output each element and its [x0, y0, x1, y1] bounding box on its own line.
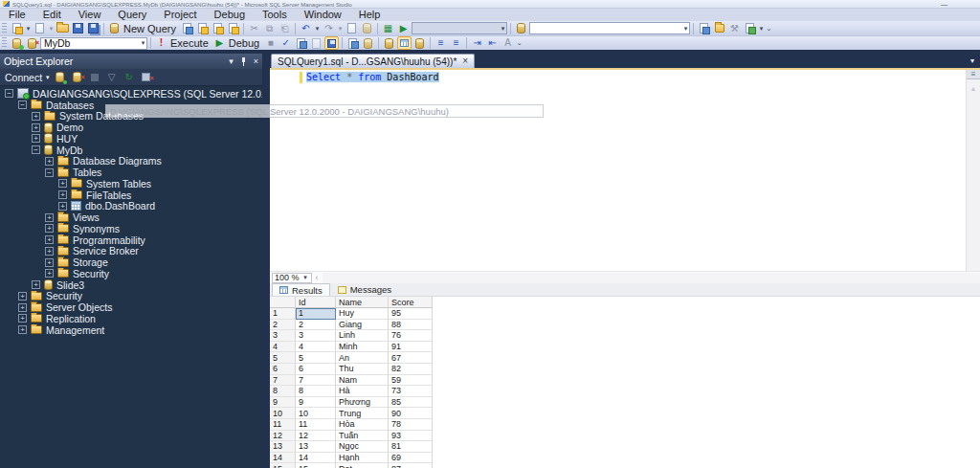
toolbar-grip[interactable] — [2, 23, 7, 34]
grid-cell-score[interactable]: 87 — [389, 463, 433, 468]
chevron-down-icon[interactable]: ▾ — [758, 25, 765, 33]
expand-icon[interactable]: + — [45, 157, 54, 166]
grid-cell-id[interactable]: 11 — [296, 419, 336, 431]
grid-cell-score[interactable]: 90 — [389, 408, 433, 419]
tree-item-management[interactable]: +Management — [0, 324, 262, 336]
zoom-level-combo[interactable]: 100 %▾ — [272, 273, 312, 283]
filter-icon[interactable]: ▽ — [105, 71, 119, 84]
solution-explorer-icon[interactable] — [712, 22, 726, 35]
grid-cell-score[interactable]: 73 — [389, 386, 433, 397]
tree-item-mydb[interactable]: −MyDb — [0, 145, 262, 156]
web-browser-icon[interactable] — [743, 22, 757, 35]
menu-query[interactable]: Query — [109, 9, 155, 21]
grid-cell-name[interactable]: Minh — [336, 342, 389, 353]
row-number-cell[interactable]: 2 — [270, 320, 296, 331]
expand-icon[interactable]: + — [58, 179, 67, 188]
debug-target-combo[interactable]: ▾ — [412, 22, 507, 34]
grid-cell-name[interactable]: Trung — [336, 408, 389, 419]
save-all-icon[interactable] — [86, 22, 100, 35]
collapse-icon[interactable]: − — [32, 145, 40, 154]
tree-item-replication[interactable]: +Replication — [0, 313, 262, 324]
collapse-icon[interactable]: − — [45, 168, 54, 177]
grid-cell-id[interactable]: 15 — [296, 463, 336, 468]
tree-item-filetables[interactable]: +FileTables — [0, 189, 262, 201]
execute-button[interactable]: Execute — [169, 37, 212, 49]
tree-item-views[interactable]: +Views — [0, 212, 262, 223]
grid-cell-name[interactable]: Linh — [336, 330, 389, 342]
chevron-down-icon[interactable]: ▾ — [46, 74, 50, 81]
column-header-name[interactable]: Name — [336, 297, 389, 308]
find-in-files-icon[interactable] — [697, 22, 711, 35]
grid-cell-name[interactable]: Tuấn — [336, 431, 389, 442]
tree-item-programmability[interactable]: +Programmability — [0, 234, 262, 246]
grid-cell-name[interactable]: Ngọc — [336, 441, 389, 453]
grid-cell-score[interactable]: 93 — [389, 431, 433, 442]
editor-horizontal-scrollbar[interactable] — [323, 273, 980, 283]
expand-icon[interactable]: + — [58, 202, 67, 211]
toolbar-overflow-icon[interactable]: ⌄ — [516, 39, 523, 47]
connect-button[interactable]: Connect — [5, 72, 42, 83]
disconnect-server-icon[interactable]: × — [71, 71, 84, 84]
activity-monitor-icon[interactable] — [514, 22, 528, 35]
grid-cell-score[interactable]: 78 — [389, 419, 433, 431]
grid-corner-cell[interactable] — [270, 297, 296, 308]
tree-item-slide3[interactable]: +Slide3 — [0, 279, 262, 291]
results-to-grid-icon[interactable] — [397, 36, 412, 50]
minimize-button[interactable]: — — [941, 2, 947, 8]
redo-icon[interactable]: ↷ — [322, 22, 336, 35]
change-connection-icon[interactable]: × — [25, 36, 39, 50]
expand-icon[interactable]: + — [18, 325, 27, 334]
results-to-file-icon[interactable] — [412, 36, 427, 50]
connect-server-icon[interactable] — [54, 71, 67, 84]
collapse-icon[interactable]: − — [18, 100, 27, 109]
grid-cell-id[interactable]: 5 — [296, 352, 336, 364]
grid-cell-score[interactable]: 88 — [389, 320, 433, 331]
indent-icon[interactable]: ⇥ — [470, 36, 484, 50]
new-query-menu-icon[interactable] — [10, 22, 24, 35]
query-options-icon[interactable] — [309, 36, 323, 50]
grid-cell-score[interactable]: 67 — [389, 352, 433, 364]
grid-cell-id[interactable]: 12 — [296, 431, 336, 442]
expand-icon[interactable]: + — [18, 314, 27, 323]
new-xmla-query-icon[interactable] — [226, 22, 240, 35]
execute-icon[interactable]: ! — [154, 36, 168, 50]
chevron-down-icon[interactable]: ▾ — [25, 25, 32, 33]
new-query-button[interactable]: New Query — [122, 23, 179, 34]
tree-item-synonyms[interactable]: +Synonyms — [0, 223, 262, 234]
find-combo[interactable]: ▾ — [529, 22, 690, 34]
row-number-cell[interactable]: 8 — [270, 386, 296, 397]
expand-icon[interactable]: + — [18, 303, 27, 312]
grid-cell-score[interactable]: 82 — [389, 364, 433, 375]
menu-tools[interactable]: Tools — [254, 9, 296, 21]
query-tab[interactable]: SQLQuery1.sql - D...GSANG\huuhu (54))* × — [271, 54, 475, 68]
save-icon[interactable] — [71, 22, 85, 35]
tree-item-server-objects[interactable]: +Server Objects — [0, 301, 262, 313]
grid-cell-score[interactable]: 76 — [389, 330, 433, 342]
menu-project[interactable]: Project — [155, 9, 205, 21]
new-query-icon[interactable] — [107, 22, 122, 35]
grid-cell-id[interactable]: 6 — [296, 364, 336, 375]
menu-debug[interactable]: Debug — [206, 9, 254, 21]
row-number-cell[interactable]: 15 — [270, 463, 296, 468]
tree-item-system-tables[interactable]: +System Tables — [0, 178, 262, 189]
close-icon[interactable]: × — [254, 56, 258, 66]
debug-icon[interactable]: ▶ — [212, 36, 227, 50]
grid-cell-id[interactable]: 7 — [296, 375, 336, 387]
expand-icon[interactable]: + — [45, 235, 54, 244]
results-to-text-icon[interactable] — [382, 36, 396, 50]
row-number-cell[interactable]: 3 — [270, 330, 296, 342]
image-export-icon[interactable]: ▦ — [381, 22, 395, 35]
copy-icon[interactable]: ⧉ — [262, 22, 277, 35]
scroll-up-icon[interactable]: ▲ — [967, 85, 980, 92]
menu-help[interactable]: Help — [350, 9, 390, 21]
row-number-cell[interactable]: 11 — [270, 419, 296, 431]
toolbar-grip[interactable] — [2, 37, 7, 49]
query-text-line[interactable]: Select * from DashBoard — [306, 72, 439, 83]
grid-cell-id[interactable]: 14 — [296, 453, 336, 464]
tree-item-security[interactable]: +Security — [0, 291, 262, 302]
expand-icon[interactable]: + — [45, 269, 54, 278]
outdent-icon[interactable]: ⇤ — [485, 36, 500, 50]
grid-cell-name[interactable]: Huy — [336, 308, 389, 320]
grid-cell-name[interactable]: Giang — [336, 320, 389, 331]
grid-cell-name[interactable]: Hạnh — [336, 453, 389, 464]
